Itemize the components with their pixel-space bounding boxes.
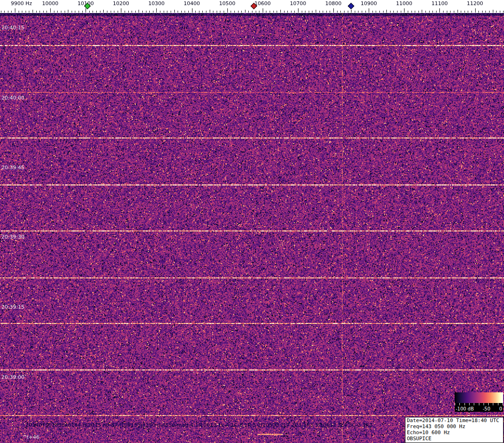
colorbar-legend: -100 dB -50 0 xyxy=(455,392,503,412)
colorbar-label-mid: -50 xyxy=(483,406,490,411)
colorbar-labels: -100 dB -50 0 xyxy=(455,405,503,412)
spectrogram-app: 9900 Hz100001010010200103001040010500106… xyxy=(0,0,504,443)
freq-label: 9900 Hz xyxy=(11,0,32,7)
time-label: 20:39:00 xyxy=(1,375,24,380)
info-box: Date=2014-07-10 Time=18:40 UTC Freq=143 … xyxy=(405,417,504,443)
detection-status-text: 20140710183846164 hCnt15 nb-87 f10613 hi… xyxy=(26,422,372,428)
time-label: 20:40:00 xyxy=(1,95,24,101)
freq-label: 10500 xyxy=(219,0,235,7)
freq-label: 10000 xyxy=(42,0,59,7)
freq-label: 10800 xyxy=(325,0,342,7)
info-date-time: Date=2014-07-10 Time=18:40 UTC xyxy=(407,417,502,423)
frequency-ruler: 9900 Hz100001010010200103001040010500106… xyxy=(0,0,504,13)
freq-label: 10700 xyxy=(290,0,306,7)
corner-status-text: ^t+46 xyxy=(22,434,40,440)
info-station: OBSUPICE xyxy=(407,436,502,442)
time-label: 20:40:15 xyxy=(1,25,24,31)
freq-label: 11100 xyxy=(431,0,448,7)
info-echo: Echo=10 600 Hz xyxy=(407,430,502,436)
freq-label: 10300 xyxy=(148,0,165,7)
time-label: 20:39:30 xyxy=(1,234,24,240)
freq-label: 10400 xyxy=(184,0,200,7)
spectrogram-area: 20:40:1520:40:0020:39:4520:39:3020:39:15… xyxy=(0,13,504,443)
info-frequency: Freq=143 050 000 Hz xyxy=(407,423,502,430)
freq-label: 11000 xyxy=(396,0,412,7)
time-label: 20:39:45 xyxy=(1,165,24,171)
spectrogram-canvas[interactable] xyxy=(0,13,504,443)
colorbar-label-min: -100 dB xyxy=(456,406,474,411)
freq-label: 10900 xyxy=(361,0,377,7)
freq-label: 11200 xyxy=(467,0,483,7)
colorbar-gradient xyxy=(455,392,503,403)
freq-label: 10200 xyxy=(113,0,129,7)
time-label: 20:39:15 xyxy=(1,304,24,310)
colorbar-label-max: 0 xyxy=(499,406,502,411)
